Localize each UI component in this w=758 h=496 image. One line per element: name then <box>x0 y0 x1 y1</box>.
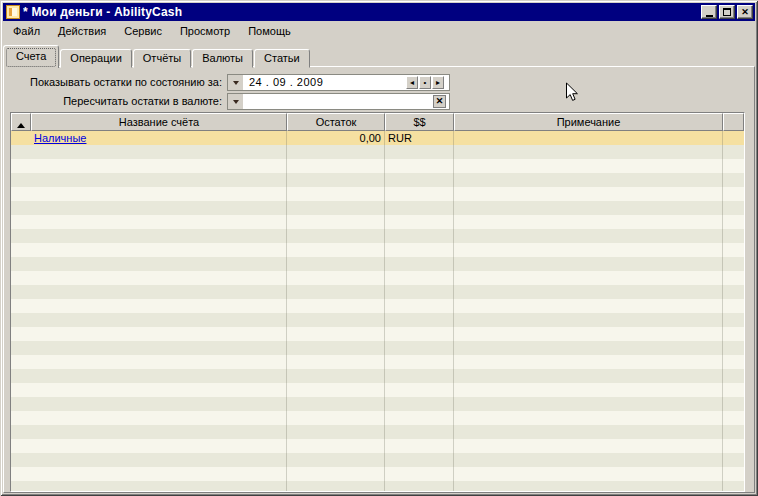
next-day-button[interactable]: ▸ <box>432 76 444 89</box>
table-cell <box>31 439 287 453</box>
table-cell <box>723 481 744 492</box>
tab-accounts[interactable]: Счета <box>3 45 59 68</box>
table-cell <box>385 467 454 481</box>
table-cell <box>31 425 287 439</box>
table-cell <box>385 327 454 341</box>
header-currency[interactable]: $$ <box>385 113 454 131</box>
date-dropdown-button[interactable] <box>228 75 243 90</box>
title-bar[interactable]: * Мои деньги - AbilityCash ✕ <box>3 3 755 21</box>
table-row[interactable] <box>11 383 744 397</box>
table-cell <box>11 215 31 229</box>
table-cell <box>723 131 744 145</box>
header-sort-column[interactable] <box>11 113 31 131</box>
menu-service[interactable]: Сервис <box>115 22 171 40</box>
table-row[interactable] <box>11 187 744 201</box>
table-row[interactable] <box>11 229 744 243</box>
table-row[interactable] <box>11 243 744 257</box>
table-row[interactable] <box>11 467 744 481</box>
table-row[interactable] <box>11 145 744 159</box>
header-balance[interactable]: Остаток <box>287 113 385 131</box>
table-row[interactable] <box>11 159 744 173</box>
table-row[interactable] <box>11 411 744 425</box>
tab-label: Счета <box>16 50 46 62</box>
table-cell <box>11 341 31 355</box>
table-cell <box>31 243 287 257</box>
table-cell <box>11 173 31 187</box>
header-extra[interactable] <box>723 113 744 131</box>
table-row[interactable] <box>11 327 744 341</box>
table-cell <box>31 173 287 187</box>
table-cell <box>11 243 31 257</box>
table-cell <box>31 383 287 397</box>
table-row[interactable] <box>11 481 744 492</box>
clear-currency-button[interactable]: ✕ <box>433 95 446 108</box>
table-row[interactable] <box>11 313 744 327</box>
table-cell <box>287 327 385 341</box>
table-row[interactable] <box>11 341 744 355</box>
close-button[interactable]: ✕ <box>737 5 753 19</box>
table-row[interactable] <box>11 173 744 187</box>
prev-day-button[interactable]: ◂ <box>406 76 418 89</box>
table-cell <box>454 187 723 201</box>
table-row[interactable] <box>11 299 744 313</box>
table-cell <box>723 453 744 467</box>
table-cell <box>385 159 454 173</box>
table-row[interactable]: Наличные0,00RUR <box>11 131 744 145</box>
menu-actions[interactable]: Действия <box>49 22 115 40</box>
account-link[interactable]: Наличные <box>34 132 86 144</box>
table-cell <box>723 425 744 439</box>
tab-operations[interactable]: Операции <box>60 49 131 68</box>
table-cell <box>11 453 31 467</box>
table-cell: RUR <box>385 131 454 145</box>
table-header: Название счёта Остаток $$ Примечание <box>11 113 744 131</box>
table-row[interactable] <box>11 215 744 229</box>
tab-reports[interactable]: Отчёты <box>133 49 191 68</box>
table-cell <box>385 369 454 383</box>
table-row[interactable] <box>11 439 744 453</box>
tab-label: Отчёты <box>143 52 181 64</box>
table-row[interactable] <box>11 285 744 299</box>
table-row[interactable] <box>11 271 744 285</box>
table-cell <box>454 159 723 173</box>
maximize-button[interactable] <box>719 5 735 19</box>
minimize-button[interactable] <box>701 5 717 19</box>
table-cell <box>287 187 385 201</box>
table-cell <box>723 229 744 243</box>
table-cell <box>454 355 723 369</box>
table-cell <box>454 201 723 215</box>
table-row[interactable] <box>11 355 744 369</box>
table-cell <box>11 271 31 285</box>
currency-dropdown-button[interactable] <box>228 94 243 109</box>
table-cell <box>31 313 287 327</box>
table-cell <box>385 397 454 411</box>
balance-date-field[interactable]: 24 . 09 . 2009 ◂ • ▸ <box>227 74 450 91</box>
tab-label: Операции <box>70 52 121 64</box>
table-cell <box>287 369 385 383</box>
tab-categories[interactable]: Статьи <box>254 49 310 68</box>
table-cell <box>723 313 744 327</box>
table-cell <box>287 229 385 243</box>
table-cell <box>385 383 454 397</box>
sort-asc-icon <box>17 123 25 128</box>
balance-date-value[interactable]: 24 . 09 . 2009 <box>243 75 406 90</box>
menu-file[interactable]: Файл <box>4 22 49 40</box>
table-cell <box>454 327 723 341</box>
table-row[interactable] <box>11 369 744 383</box>
menu-help[interactable]: Помощь <box>239 22 300 40</box>
table-cell <box>723 257 744 271</box>
header-account-name[interactable]: Название счёта <box>31 113 287 131</box>
table-row[interactable] <box>11 257 744 271</box>
date-nav-buttons: ◂ • ▸ <box>406 76 445 89</box>
menu-view[interactable]: Просмотр <box>171 22 239 40</box>
currency-field[interactable]: ✕ <box>227 93 450 110</box>
table-row[interactable] <box>11 425 744 439</box>
header-note[interactable]: Примечание <box>454 113 723 131</box>
table-row[interactable] <box>11 453 744 467</box>
table-cell <box>385 229 454 243</box>
table-row[interactable] <box>11 397 744 411</box>
table-row[interactable] <box>11 201 744 215</box>
today-button[interactable]: • <box>419 76 431 89</box>
table-cell <box>31 355 287 369</box>
tab-currencies[interactable]: Валюты <box>192 49 253 68</box>
table-cell <box>31 229 287 243</box>
